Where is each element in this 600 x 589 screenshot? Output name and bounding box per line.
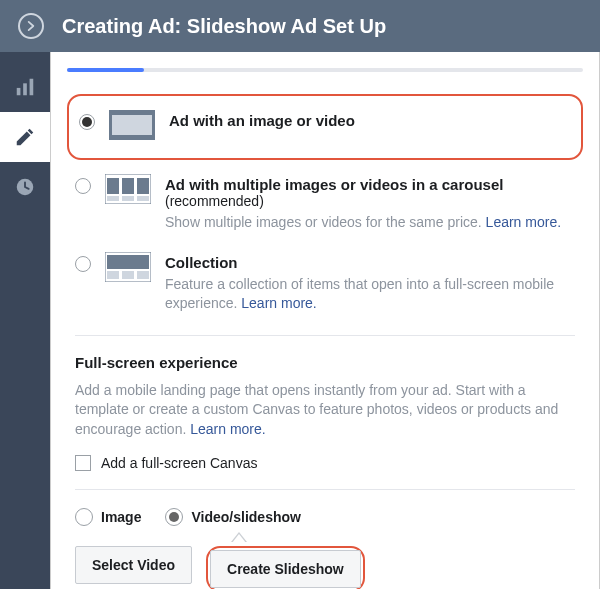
svg-rect-2 — [30, 79, 34, 96]
bar-chart-icon — [14, 76, 36, 98]
svg-rect-8 — [122, 178, 134, 194]
page-title: Creating Ad: Slideshow Ad Set Up — [62, 15, 386, 38]
select-video-button[interactable]: Select Video — [75, 546, 192, 584]
clock-icon — [14, 176, 36, 198]
pencil-icon — [14, 126, 36, 148]
rail-item-campaign[interactable] — [0, 62, 50, 112]
format-collection-desc: Feature a collection of items that open … — [165, 275, 583, 313]
back-button[interactable] — [18, 13, 44, 39]
section-divider — [75, 335, 575, 336]
rail-item-ad-edit[interactable] — [0, 112, 50, 162]
carousel-learn-more-link[interactable]: Learn more. — [486, 214, 561, 230]
format-option-collection[interactable]: Collection Feature a collection of items… — [67, 244, 583, 325]
svg-rect-10 — [107, 196, 119, 201]
svg-rect-11 — [122, 196, 134, 201]
fullscreen-canvas-row[interactable]: Add a full-screen Canvas — [75, 455, 583, 471]
format-option-carousel[interactable]: Ad with multiple images or videos in a c… — [67, 166, 583, 244]
rail-item-schedule[interactable] — [0, 162, 50, 212]
fullscreen-learn-more-link[interactable]: Learn more. — [190, 421, 265, 437]
fullscreen-canvas-label: Add a full-screen Canvas — [101, 455, 257, 471]
format-option-single[interactable]: Ad with an image or video — [71, 102, 573, 152]
section-divider-2 — [75, 489, 575, 490]
format-radio-collection[interactable] — [75, 256, 91, 272]
svg-rect-5 — [112, 115, 152, 135]
svg-rect-16 — [122, 271, 134, 279]
svg-rect-17 — [137, 271, 149, 279]
fullscreen-section-title: Full-screen experience — [75, 354, 583, 371]
format-carousel-title: Ad with multiple images or videos in a c… — [165, 176, 503, 193]
fullscreen-canvas-checkbox[interactable] — [75, 455, 91, 471]
format-radio-carousel[interactable] — [75, 178, 91, 194]
media-label-image: Image — [101, 509, 141, 525]
media-label-video: Video/slideshow — [191, 509, 300, 525]
single-thumb-icon — [109, 110, 155, 140]
svg-rect-0 — [17, 88, 21, 95]
progress-fill — [67, 68, 144, 72]
progress-bar — [67, 68, 583, 72]
left-nav-rail — [0, 52, 50, 589]
svg-rect-7 — [107, 178, 119, 194]
format-radio-single[interactable] — [79, 114, 95, 130]
page-header: Creating Ad: Slideshow Ad Set Up — [0, 0, 600, 52]
format-single-title: Ad with an image or video — [169, 112, 355, 129]
collection-learn-more-link[interactable]: Learn more. — [241, 295, 316, 311]
carousel-thumb-icon — [105, 174, 151, 204]
format-carousel-recommended: (recommended) — [165, 193, 264, 209]
collection-thumb-icon — [105, 252, 151, 282]
create-slideshow-callout: Create Slideshow — [206, 546, 365, 589]
format-single-callout: Ad with an image or video — [67, 94, 583, 160]
svg-rect-15 — [107, 271, 119, 279]
media-radio-video[interactable] — [165, 508, 183, 526]
media-radio-image[interactable] — [75, 508, 93, 526]
fullscreen-section-desc: Add a mobile landing page that opens ins… — [75, 381, 575, 440]
ad-format-panel: Ad with an image or video Ad with multip… — [50, 52, 600, 589]
format-collection-title: Collection — [165, 254, 583, 271]
svg-rect-14 — [107, 255, 149, 269]
svg-rect-9 — [137, 178, 149, 194]
format-carousel-desc: Show multiple images or videos for the s… — [165, 213, 583, 232]
create-slideshow-button[interactable]: Create Slideshow — [210, 550, 361, 588]
caret-icon — [231, 532, 247, 542]
svg-rect-12 — [137, 196, 149, 201]
svg-rect-1 — [23, 83, 27, 95]
media-caret-row — [75, 532, 583, 546]
